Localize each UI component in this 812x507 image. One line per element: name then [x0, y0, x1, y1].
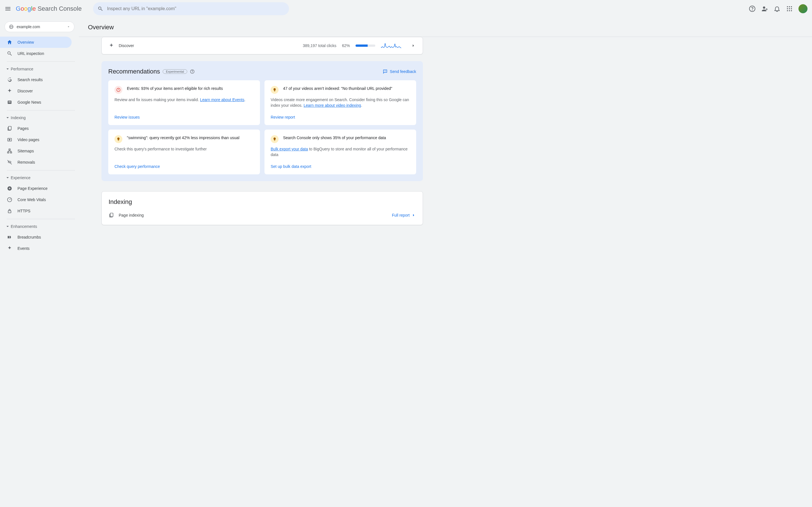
search-icon — [7, 51, 12, 56]
sidebar-item-https[interactable]: HTTPS — [0, 205, 71, 217]
sidebar-item-events[interactable]: Events — [0, 243, 71, 254]
product-logo[interactable]: Google Search Console — [16, 5, 82, 12]
sidebar-item-sitemaps[interactable]: Sitemaps — [0, 145, 71, 157]
recommendation-title: 47 of your videos aren't indexed: "No th… — [283, 86, 410, 92]
recommendation-learn-more-link[interactable]: Bulk export your data — [271, 147, 308, 151]
page-title: Overview — [88, 24, 803, 31]
pages-icon — [109, 212, 114, 218]
recommendations-panel: Recommendations Experimental Send feedba… — [101, 61, 423, 181]
svg-point-6 — [791, 6, 792, 7]
sidebar-item-label: Sitemaps — [17, 149, 34, 153]
feedback-label: Send feedback — [390, 69, 416, 74]
product-name: Search Console — [38, 5, 82, 12]
account-avatar[interactable] — [799, 4, 808, 13]
sidebar-item-label: Search results — [17, 77, 43, 82]
send-feedback-link[interactable]: Send feedback — [383, 69, 416, 74]
full-report-link[interactable]: Full report — [392, 213, 416, 217]
discover-row[interactable]: Discover 389,197 total clicks 62% — [102, 37, 423, 54]
discover-sparkline — [381, 42, 401, 49]
sidebar-item-breadcrumbs[interactable]: Breadcrumbs — [0, 231, 71, 243]
recommendations-title: Recommendations — [108, 68, 160, 75]
sidebar-item-video-pages[interactable]: Video pages — [0, 134, 71, 145]
sidebar-item-page-experience[interactable]: Page Experience — [0, 183, 71, 194]
visibility-off-icon — [7, 159, 12, 165]
main-content: Overview Discover 389,197 total clicks 6… — [79, 0, 812, 507]
discover-clicks: 389,197 total clicks — [303, 43, 336, 48]
property-name: example.com — [17, 24, 67, 29]
section-label: Experience — [11, 175, 31, 180]
page-indexing-row[interactable]: Page indexing Full report — [102, 209, 423, 222]
recommendation-action-link[interactable]: Review report — [271, 112, 410, 119]
sidebar-item-label: Video pages — [17, 137, 40, 142]
sidebar-item-url-inspection[interactable]: URL inspection — [0, 48, 71, 59]
feedback-icon — [383, 69, 388, 74]
recommendation-card[interactable]: 47 of your videos aren't indexed: "No th… — [264, 80, 416, 125]
svg-point-7 — [787, 8, 788, 9]
recommendation-card[interactable]: "swimming": query recently got 42% less … — [108, 129, 260, 174]
sidebar-item-label: Core Web Vitals — [17, 198, 46, 202]
divider — [7, 219, 75, 219]
discover-label: Discover — [119, 43, 134, 48]
chevron-right-icon — [411, 43, 416, 48]
svg-rect-16 — [8, 101, 11, 102]
sidebar-item-removals[interactable]: Removals — [0, 157, 71, 168]
chevron-right-icon — [411, 213, 416, 217]
sidebar-section-experience[interactable]: Experience — [0, 173, 79, 183]
svg-rect-25 — [8, 211, 11, 213]
svg-rect-18 — [8, 126, 11, 130]
svg-rect-21 — [8, 152, 9, 153]
url-inspect-search[interactable] — [93, 2, 289, 15]
sidebar: example.com Overview URL inspection Perf… — [0, 0, 79, 507]
svg-point-10 — [787, 10, 788, 11]
sidebar-item-label: Removals — [17, 160, 35, 165]
lock-icon — [7, 208, 12, 214]
sidebar-section-indexing[interactable]: Indexing — [0, 113, 79, 123]
sidebar-item-core-web-vitals[interactable]: Core Web Vitals — [0, 194, 71, 205]
lightbulb-icon — [114, 135, 122, 143]
discover-percent: 62% — [342, 43, 350, 48]
recommendation-card[interactable]: Search Console only shows 35% of your pe… — [264, 129, 416, 174]
recommendation-title: Search Console only shows 35% of your pe… — [283, 135, 410, 141]
apps-icon[interactable] — [786, 5, 793, 12]
gauge-icon — [7, 197, 12, 203]
pages-icon — [7, 126, 12, 131]
sidebar-item-label: Discover — [17, 89, 33, 93]
indexing-title: Indexing — [102, 191, 423, 209]
property-selector[interactable]: example.com — [4, 21, 74, 32]
caret-down-icon — [6, 68, 9, 70]
recommendation-action-link[interactable]: Review issues — [114, 112, 254, 119]
sidebar-section-performance[interactable]: Performance — [0, 64, 79, 74]
sidebar-item-label: Page Experience — [17, 186, 48, 191]
sidebar-item-overview[interactable]: Overview — [0, 37, 71, 48]
recommendation-learn-more-link[interactable]: Learn more about Events — [200, 98, 244, 102]
recommendation-action-link[interactable]: Check query performance — [114, 161, 254, 169]
sidebar-item-discover[interactable]: Discover — [0, 86, 71, 97]
search-icon — [98, 6, 103, 11]
divider — [7, 170, 75, 170]
sidebar-section-enhancements[interactable]: Enhancements — [0, 221, 79, 231]
sidebar-item-google-news[interactable]: Google News — [0, 97, 71, 108]
divider — [7, 61, 75, 62]
svg-rect-22 — [10, 152, 12, 153]
sidebar-item-label: Overview — [17, 40, 34, 45]
users-settings-icon[interactable] — [761, 5, 768, 12]
search-input[interactable] — [107, 6, 285, 11]
recommendation-card[interactable]: Events: 93% of your items aren't eligibl… — [108, 80, 260, 125]
google-g-icon — [7, 77, 12, 82]
globe-icon — [9, 24, 14, 29]
discover-progress-bar — [356, 45, 375, 47]
menu-icon[interactable] — [4, 5, 11, 12]
sidebar-item-label: URL inspection — [17, 51, 44, 56]
svg-point-1 — [752, 10, 753, 10]
recommendation-learn-more-link[interactable]: Learn more about video indexing — [304, 103, 361, 108]
recommendation-action-link[interactable]: Set up bulk data export — [271, 161, 410, 169]
help-icon[interactable] — [749, 5, 756, 12]
home-icon — [7, 40, 12, 45]
sidebar-item-search-results[interactable]: Search results — [0, 74, 71, 86]
divider — [7, 110, 75, 110]
sidebar-item-label: Events — [17, 246, 30, 251]
sidebar-item-pages[interactable]: Pages — [0, 123, 71, 134]
event-icon — [7, 245, 12, 251]
help-icon[interactable] — [190, 69, 195, 74]
notifications-icon[interactable] — [774, 5, 780, 12]
